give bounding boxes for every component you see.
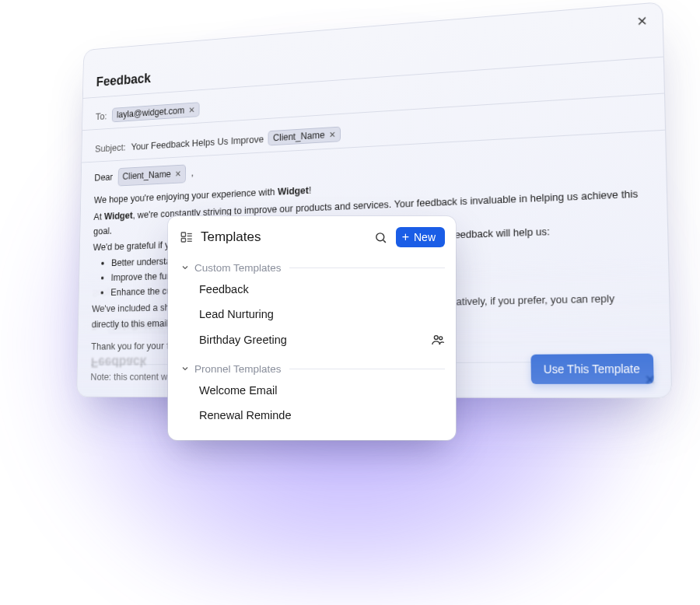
template-item-welcome-email[interactable]: Welcome Email (168, 378, 456, 403)
popup-title: Templates (201, 229, 371, 245)
section-header-pronnel[interactable]: Pronnel Templates (168, 359, 456, 378)
templates-icon (179, 229, 194, 245)
section-title: Pronnel Templates (194, 363, 282, 375)
template-item-label: Welcome Email (199, 384, 277, 397)
body-bold: Widget (104, 209, 133, 222)
new-template-button[interactable]: + New (396, 227, 445, 247)
subject-chip-text: Client_Name (273, 130, 325, 143)
new-button-label: New (414, 231, 436, 243)
body-text: At (93, 211, 104, 222)
people-icon (431, 333, 445, 347)
svg-rect-1 (181, 239, 185, 243)
template-item-label: Lead Nurturing (199, 308, 274, 320)
chevron-down-icon (179, 362, 191, 375)
template-item-birthday-greeting[interactable]: Birthday Greeting (168, 327, 456, 353)
svg-point-9 (439, 337, 443, 340)
section-header-custom[interactable]: Custom Templates (168, 258, 456, 277)
to-chip-text: layla@widget.com (117, 105, 184, 120)
subject-chip[interactable]: Client_Name ✕ (268, 127, 341, 146)
greeting-prefix: Dear (94, 171, 113, 183)
subject-label: Subject: (95, 142, 126, 154)
template-item-label: Birthday Greeting (199, 334, 287, 346)
templates-popup: Templates + New Custom Templates Feedbac… (168, 216, 456, 440)
chip-remove-icon[interactable]: ✕ (188, 105, 194, 115)
plus-icon: + (402, 231, 409, 243)
template-item-renewal-reminder[interactable]: Renewal Reminde (168, 403, 456, 428)
svg-point-6 (376, 233, 384, 240)
chip-remove-icon[interactable]: ✕ (329, 129, 335, 139)
template-item-label: Feedback (199, 283, 249, 296)
body-text: ! (309, 184, 311, 196)
greeting-chip[interactable]: Client_Name ✕ (117, 164, 186, 186)
chip-remove-icon[interactable]: ✕ (175, 168, 181, 181)
template-item-feedback[interactable]: Feedback (168, 277, 456, 302)
search-icon[interactable] (371, 227, 391, 247)
svg-line-7 (383, 240, 386, 242)
section-title: Custom Templates (194, 262, 282, 274)
template-item-label: Renewal Reminde (199, 409, 291, 421)
close-icon[interactable]: ✕ (632, 12, 651, 31)
to-chip[interactable]: layla@widget.com ✕ (112, 102, 200, 122)
svg-point-8 (434, 336, 438, 340)
greeting-suffix: , (191, 167, 194, 178)
svg-rect-0 (181, 233, 185, 236)
body-bold: Widget (278, 184, 309, 197)
to-label: To: (96, 110, 107, 122)
greeting-chip-text: Client_Name (122, 167, 170, 184)
chevron-down-icon (179, 261, 191, 274)
template-item-lead-nurturing[interactable]: Lead Nurturing (168, 302, 456, 327)
subject-text: Your Feedback Helps Us Improve (131, 133, 264, 152)
